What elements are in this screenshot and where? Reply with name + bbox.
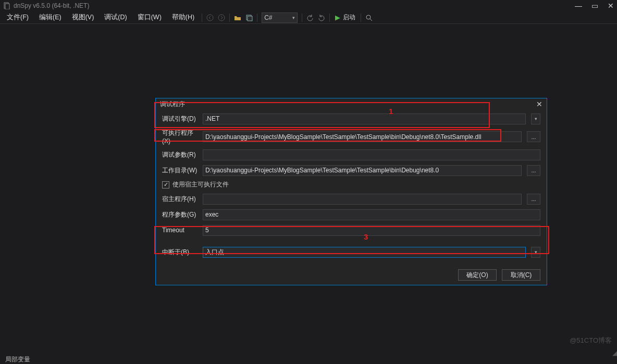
toolbar-separator	[361, 14, 361, 22]
row-workdir: 工作目录(W) D:\yaoshuanggui-Projects\MyBlogS…	[162, 165, 540, 176]
tab-local-variables[interactable]: 局部变量	[2, 355, 33, 364]
dialog-body: 调试引擎(D) .NET ▾ 可执行程序(X) D:\yaoshuanggui-…	[156, 110, 547, 267]
workdir-browse-button[interactable]: ...	[527, 165, 540, 176]
checkmark-icon: ✓	[164, 181, 168, 188]
menu-window[interactable]: 窗口(W)	[132, 13, 167, 22]
row-use-host: ✓ 使用宿主可执行文件	[162, 180, 540, 189]
arguments-input[interactable]	[203, 149, 540, 160]
dialog-close-button[interactable]: ✕	[536, 100, 542, 108]
svg-point-3	[218, 15, 225, 21]
break-at-value: 入口点	[205, 248, 224, 257]
toolbar-separator	[202, 14, 202, 22]
menu-debug[interactable]: 调试(D)	[99, 13, 132, 22]
program-args-value: exec	[205, 211, 218, 218]
label-arguments: 调试参数(R)	[162, 150, 198, 159]
use-host-checkbox[interactable]: ✓	[162, 181, 169, 189]
menu-file[interactable]: 文件(F)	[2, 13, 34, 22]
label-use-host: 使用宿主可执行文件	[172, 180, 229, 189]
watermark: @51CTO博客	[570, 336, 612, 345]
save-all-icon[interactable]	[245, 14, 253, 22]
language-value: C#	[264, 14, 272, 21]
workdir-input[interactable]: D:\yaoshuanggui-Projects\MyBlogSample\Te…	[203, 165, 522, 176]
window-title: dnSpy v6.5.0 (64-bit, .NET)	[14, 2, 89, 9]
row-timeout: Timeout 5	[162, 224, 540, 236]
chevron-down-icon: ▾	[292, 15, 295, 20]
maximize-button[interactable]: ▭	[591, 2, 598, 10]
resize-handle-icon: ◢	[612, 349, 616, 357]
toolbar-separator	[302, 14, 302, 22]
svg-point-2	[207, 15, 213, 21]
host-program-browse-button[interactable]: ...	[527, 194, 540, 205]
row-engine: 调试引擎(D) .NET ▾	[162, 113, 540, 124]
dialog-titlebar: 调试程序 ✕	[156, 98, 547, 110]
svg-rect-5	[248, 16, 252, 21]
row-host-program: 宿主程序(H) ...	[162, 193, 540, 205]
toolbar-separator	[229, 14, 230, 22]
ok-button[interactable]: 确定(O)	[458, 269, 497, 281]
row-program-args: 程序参数(G) exec	[162, 209, 540, 220]
app-icon	[3, 2, 10, 9]
break-at-select[interactable]: 入口点	[203, 247, 526, 258]
menu-view[interactable]: 视图(V)	[67, 13, 100, 22]
label-timeout: Timeout	[162, 227, 198, 234]
row-break-at: 中断于(B) 入口点 ▾	[162, 246, 540, 258]
executable-value: D:\yaoshuanggui-Projects\MyBlogSample\Te…	[205, 133, 482, 141]
nav-back-icon[interactable]	[206, 14, 214, 22]
svg-point-6	[366, 15, 371, 19]
engine-select[interactable]: .NET	[203, 114, 526, 124]
executable-browse-button[interactable]: ...	[527, 131, 540, 142]
nav-forward-icon[interactable]	[217, 14, 226, 22]
timeout-input[interactable]: 5	[203, 225, 540, 236]
svg-line-7	[370, 19, 372, 21]
undo-icon[interactable]	[306, 14, 314, 22]
language-select[interactable]: C# ▾	[262, 12, 297, 23]
redo-icon[interactable]	[317, 14, 326, 22]
start-debug-button[interactable]: ▶ 启动	[335, 13, 355, 22]
close-button[interactable]: ✕	[608, 2, 614, 10]
window-controls: — ▭ ✕	[575, 2, 614, 10]
dialog-title: 调试程序	[160, 100, 185, 109]
menu-help[interactable]: 帮助(H)	[167, 13, 200, 22]
break-at-dropdown-button[interactable]: ▾	[531, 247, 540, 258]
toolbar-separator	[257, 14, 257, 22]
engine-value: .NET	[205, 115, 219, 122]
row-arguments: 调试参数(R)	[162, 149, 540, 160]
toolbar-separator	[329, 14, 330, 22]
svg-rect-1	[5, 4, 9, 9]
debug-dialog: 调试程序 ✕ 调试引擎(D) .NET ▾ 可执行程序(X) D:\yaoshu…	[155, 98, 547, 285]
row-executable: 可执行程序(X) D:\yaoshuanggui-Projects\MyBlog…	[162, 129, 540, 145]
open-folder-icon[interactable]	[233, 14, 242, 22]
dialog-footer: 确定(O) 取消(C)	[156, 267, 547, 285]
cancel-button[interactable]: 取消(C)	[502, 269, 540, 281]
start-label: 启动	[343, 13, 355, 22]
label-host-program: 宿主程序(H)	[162, 195, 198, 204]
timeout-value: 5	[205, 227, 209, 234]
label-executable: 可执行程序(X)	[162, 129, 198, 145]
engine-dropdown-button[interactable]: ▾	[531, 114, 540, 124]
menu-bar: 文件(F) 编辑(E) 视图(V) 调试(D) 窗口(W) 帮助(H) C# ▾…	[0, 11, 617, 24]
window-titlebar: dnSpy v6.5.0 (64-bit, .NET) — ▭ ✕	[0, 0, 617, 11]
label-break-at: 中断于(B)	[162, 248, 198, 257]
search-icon[interactable]	[365, 14, 373, 22]
label-workdir: 工作目录(W)	[162, 166, 198, 175]
host-program-input[interactable]	[203, 194, 522, 205]
program-args-input[interactable]: exec	[203, 209, 540, 220]
minimize-button[interactable]: —	[575, 2, 582, 10]
menu-edit[interactable]: 编辑(E)	[34, 13, 67, 22]
executable-input[interactable]: D:\yaoshuanggui-Projects\MyBlogSample\Te…	[203, 131, 522, 142]
play-icon: ▶	[335, 14, 340, 21]
workdir-value: D:\yaoshuanggui-Projects\MyBlogSample\Te…	[205, 167, 439, 174]
label-program-args: 程序参数(G)	[162, 210, 198, 219]
label-engine: 调试引擎(D)	[162, 115, 198, 123]
